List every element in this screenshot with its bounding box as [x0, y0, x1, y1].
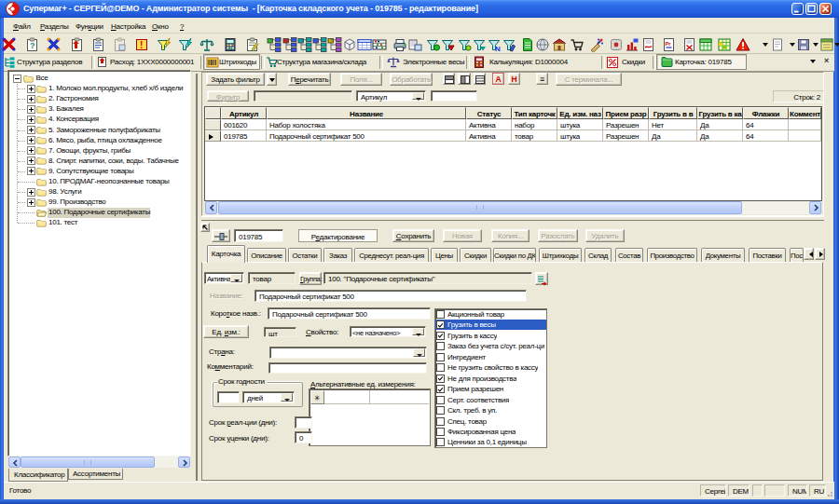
svg-text:N: N [495, 45, 501, 53]
svg-text:!: ! [140, 40, 143, 50]
svg-text:Pr: Pr [666, 41, 672, 47]
svg-text:?: ? [30, 41, 34, 50]
